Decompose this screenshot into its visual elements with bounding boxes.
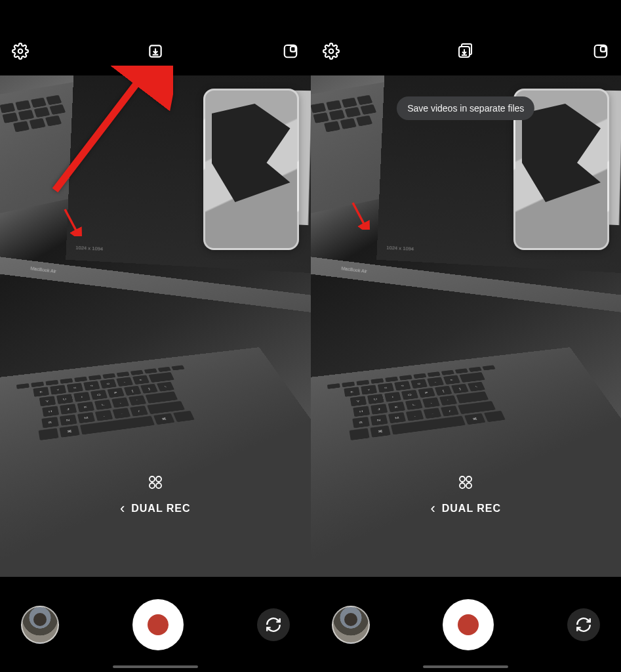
settings-button[interactable]	[10, 41, 30, 61]
resolution-label: 1024 x 1094	[75, 245, 103, 252]
resolution-label: 1024 x 1094	[386, 245, 414, 252]
pip-layout-button[interactable]	[281, 41, 300, 61]
camera-switch-button[interactable]	[257, 608, 290, 641]
filters-button[interactable]	[148, 474, 163, 490]
camera-mode-row[interactable]: ‹ DUAL REC	[0, 495, 311, 522]
svg-point-15	[460, 476, 465, 482]
camera-viewfinder: 1024 x 1094 67890-= YUIOP[]\ HJKL;' BNM,…	[311, 75, 622, 577]
svg-point-9	[156, 483, 161, 488]
svg-rect-13	[601, 47, 606, 52]
screenshot-pair: 1024 x 1094 67890-= YUIOP[]\ HJKL;' BNM,…	[0, 0, 621, 672]
camera-mode-row[interactable]: ‹ DUAL REC	[311, 495, 622, 522]
svg-point-10	[329, 49, 333, 54]
svg-rect-3	[290, 47, 296, 52]
save-mode-button[interactable]	[146, 41, 165, 61]
bottom-controls	[0, 577, 311, 672]
laptop-keyboard: 67890-= YUIOP[]\ HJKL;' BNM,./ ⌘⌘	[0, 347, 311, 577]
svg-point-8	[150, 483, 155, 488]
annotation-arrow-small	[350, 200, 370, 232]
mode-label: DUAL REC	[442, 503, 501, 514]
top-toolbar	[0, 38, 311, 64]
svg-line-4	[55, 74, 144, 190]
phone-pane-left: 1024 x 1094 67890-= YUIOP[]\ HJKL;' BNM,…	[0, 0, 311, 672]
record-button[interactable]	[132, 599, 184, 650]
svg-point-0	[18, 49, 23, 54]
record-dot-icon	[148, 614, 169, 635]
laptop-keyboard: 67890-= YUIOP[]\ HJKL;' BNM,./ ⌘⌘	[311, 347, 622, 577]
save-mode-button[interactable]	[456, 41, 475, 61]
gallery-thumbnail[interactable]	[21, 606, 59, 644]
mode-label: DUAL REC	[131, 503, 190, 514]
record-button[interactable]	[443, 599, 494, 650]
annotation-arrow-small	[62, 207, 82, 239]
gallery-thumbnail[interactable]	[332, 606, 370, 644]
save-mode-tooltip: Save videos in separate files	[397, 96, 534, 120]
camera-switch-button[interactable]	[567, 608, 600, 641]
record-dot-icon	[458, 614, 479, 635]
phone-pane-right: 1024 x 1094 67890-= YUIOP[]\ HJKL;' BNM,…	[311, 0, 622, 672]
svg-line-14	[353, 203, 365, 225]
settings-button[interactable]	[321, 41, 341, 61]
pip-layout-button[interactable]	[591, 41, 611, 61]
top-toolbar	[311, 38, 622, 64]
svg-point-6	[150, 476, 155, 482]
svg-line-5	[65, 209, 77, 232]
svg-point-7	[156, 476, 161, 482]
bottom-controls	[311, 577, 622, 672]
filters-button[interactable]	[458, 474, 473, 490]
svg-point-17	[460, 483, 465, 488]
pip-front-camera[interactable]	[203, 89, 299, 250]
annotation-arrow	[49, 66, 173, 200]
chevron-left-icon: ‹	[430, 501, 435, 516]
chevron-left-icon: ‹	[120, 501, 125, 516]
svg-point-16	[466, 476, 471, 482]
svg-point-18	[466, 483, 471, 488]
